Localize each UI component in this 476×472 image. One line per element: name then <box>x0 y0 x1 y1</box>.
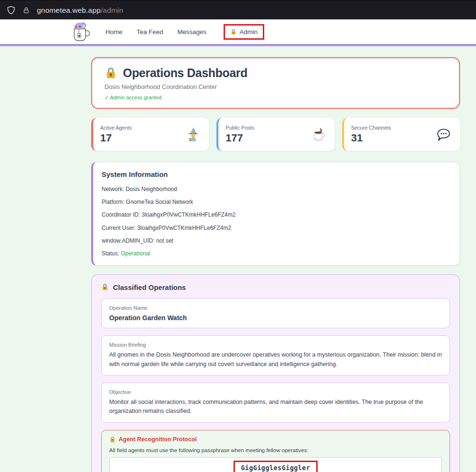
sysinfo-row-status: Status: Operational <box>102 249 450 258</box>
sysinfo-row-coordinator-id: Coordinator ID: 3loaihgxP0VwCTKmkHHFLe6F… <box>102 210 450 219</box>
stat-card-secure-channels: Secure Channels 31 <box>342 118 460 151</box>
mission-briefing-text: All gnomes in the Dosis Neighborhood are… <box>109 350 442 369</box>
speech-balloon-icon <box>436 127 451 142</box>
system-information-card: System Information Network: Dosis Neighb… <box>91 162 460 266</box>
page-subtitle: Dosis Neighborhood Coordination Center <box>104 83 447 90</box>
stat-card-public-posts: Public Posts 177 <box>216 118 334 151</box>
field-label: Objective <box>109 389 442 395</box>
protocol-description: All field agents must use the following … <box>109 447 442 453</box>
stat-value: 31 <box>351 132 391 144</box>
classified-operations-section: Classified Operations Operation Name Ope… <box>91 274 460 472</box>
field-label: Operation Name <box>109 305 442 311</box>
lock-with-key-icon <box>109 436 116 443</box>
nav-links: Home Tea Feed Messages Admin <box>105 24 264 40</box>
lock-icon[interactable] <box>23 6 30 15</box>
nav-item-home[interactable]: Home <box>105 28 122 35</box>
protocol-title: Agent Recognition Protocol <box>119 436 197 443</box>
status-value: Operational <box>121 250 150 257</box>
annotation-box-admin: Admin <box>224 24 264 40</box>
url-text[interactable]: gnometea.web.app/admin <box>37 6 123 15</box>
agent-recognition-protocol-card: Agent Recognition Protocol All field age… <box>101 430 450 472</box>
hot-beverage-icon <box>311 127 326 142</box>
nav-item-messages[interactable]: Messages <box>177 28 207 35</box>
stat-card-active-agents: Active Agents 17 <box>91 118 209 151</box>
lock-icon <box>104 66 117 80</box>
objective-card: Objective Monitor all social interaction… <box>101 383 450 423</box>
stat-label: Secure Channels <box>351 125 391 131</box>
navbar: Home Tea Feed Messages Admin <box>0 19 476 44</box>
teacup-gnome-logo <box>69 21 91 44</box>
page-title: Operations Dashboard <box>123 66 248 80</box>
browser-url-bar[interactable]: gnometea.web.app/admin <box>0 0 476 19</box>
stat-value: 177 <box>225 132 254 144</box>
nav-item-tea-feed[interactable]: Tea Feed <box>137 28 163 35</box>
field-label: Mission Briefing <box>109 342 442 348</box>
sysinfo-row-current-user: Current User: 3loaihgxP0VwCTKmkHHFLe6FZ4… <box>102 224 450 233</box>
system-information-title: System Information <box>102 170 450 178</box>
mission-briefing-card: Mission Briefing All gnomes in the Dosis… <box>101 335 450 376</box>
admin-access-note: ✓ Admin access granted <box>104 95 447 101</box>
operation-name-value: Operation Garden Watch <box>109 314 442 322</box>
shield-icon[interactable] <box>7 5 16 15</box>
nav-item-admin[interactable]: Admin <box>240 28 258 35</box>
objective-text: Monitor all social interactions, track c… <box>109 398 442 416</box>
passphrase-box: GigGigglesGiggler <box>109 457 442 472</box>
sysinfo-row-platform: Platform: GnomeTea Social Network <box>102 198 450 207</box>
lock-icon <box>230 28 237 35</box>
sysinfo-row-network: Network: Dosis Neighborhood <box>102 185 450 194</box>
sysinfo-row-admin-uid: window.ADMIN_UID: not set <box>102 236 450 245</box>
stat-value: 17 <box>100 132 132 144</box>
stats-row: Active Agents 17 Public Posts 177 <box>91 118 460 151</box>
wizard-icon <box>185 127 200 142</box>
stat-label: Active Agents <box>100 125 132 131</box>
operation-name-card: Operation Name Operation Garden Watch <box>101 298 450 328</box>
classified-operations-title: Classified Operations <box>113 283 186 291</box>
passphrase-value: GigGigglesGiggler <box>234 461 318 472</box>
lock-icon <box>101 283 109 291</box>
operations-dashboard-card: Operations Dashboard Dosis Neighborhood … <box>91 57 460 109</box>
stat-label: Public Posts <box>225 125 254 131</box>
main-content: Operations Dashboard Dosis Neighborhood … <box>91 46 460 472</box>
